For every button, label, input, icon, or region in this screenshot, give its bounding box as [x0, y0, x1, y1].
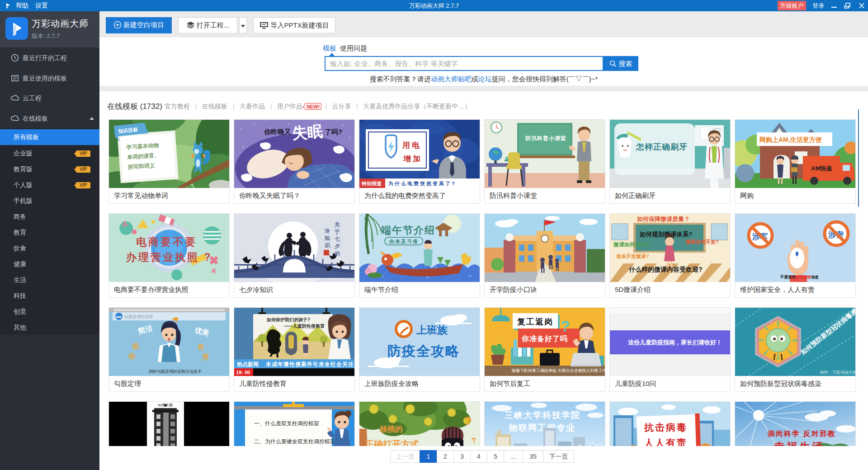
svg-text:微课如何交付?: 微课如何交付?	[613, 241, 649, 248]
svg-text:防汛科普小课堂: 防汛科普小课堂	[525, 135, 566, 141]
svg-text:知: 知	[324, 235, 330, 241]
svg-text:七: 七	[335, 236, 340, 242]
svg-text:了吗?: 了吗?	[325, 128, 342, 136]
svg-text:关: 关	[334, 221, 340, 228]
svg-text:电商要不要: 电商要不要	[136, 236, 197, 248]
svg-text:你昨晚又: 你昨晚又	[264, 128, 292, 136]
svg-text:的: 的	[335, 250, 340, 257]
svg-text:随着下阶段复工潮的来临 大部分企业都投入到复工中: 随着下阶段复工潮的来临 大部分企业都投入到复工中	[512, 368, 605, 373]
svg-text:未成年遭性侵案件引发全社会关注: 未成年遭性侵案件引发全社会关注	[265, 361, 354, 367]
svg-text:冷: 冷	[325, 228, 330, 234]
svg-text:特别报道: 特别报道	[361, 181, 382, 186]
svg-text:?: ?	[561, 317, 570, 334]
svg-text:核桃的: 核桃的	[379, 425, 403, 433]
svg-text:AM: AM	[116, 315, 122, 319]
svg-text:——儿童防性侵教育: ——儿童防性侵教育	[284, 324, 325, 329]
svg-text:上班族: 上班族	[416, 324, 448, 336]
svg-text:用电: 用电	[402, 141, 421, 150]
svg-text:一、什么是双支柱调控框架: 一、什么是双支柱调控框架	[254, 420, 319, 427]
svg-text:热点新闻: 热点新闻	[236, 361, 259, 367]
svg-text:网购上AM,生活更方便: 网购上AM,生活更方便	[760, 136, 822, 143]
svg-text:崇尚科学 反对邪教: 崇尚科学 反对邪教	[767, 430, 835, 437]
svg-text:增加: 增加	[403, 155, 422, 163]
svg-text:抗击病毒: 抗击病毒	[644, 422, 688, 432]
svg-text:为什么电费突然变高了?: 为什么电费突然变高了?	[388, 181, 456, 187]
svg-text:防疫全攻略: 防疫全攻略	[387, 343, 460, 358]
svg-text:失眠: 失眠	[292, 122, 323, 142]
svg-text:二、为什么要健全双支柱调控框架: 二、为什么要健全双支柱调控框架	[254, 438, 335, 445]
svg-text:勾股定理的证明: 勾股定理的证明	[124, 315, 153, 319]
svg-text:制作：万彩动画大师: 制作：万彩动画大师	[820, 370, 855, 375]
svg-text:办理营业执照 ?: 办理营业执照 ?	[126, 251, 212, 263]
svg-text:有: 有	[197, 343, 204, 351]
svg-text:用: 用	[202, 353, 209, 361]
svg-text:19: 00: 19: 00	[236, 370, 250, 375]
svg-text:同时勾股定理的证明方法也不: 同时勾股定理的证明方法也不	[149, 369, 202, 374]
svg-text:于: 于	[334, 229, 340, 235]
svg-text:怎样正确刷牙: 怎样正确刷牙	[636, 142, 688, 151]
svg-text:什么样的微课内容受欢迎?: 什么样的微课内容受欢迎?	[628, 266, 703, 273]
svg-text:三峡大学科技学院: 三峡大学科技学院	[505, 410, 580, 420]
svg-text:你准备好了吗: 你准备好了吗	[521, 335, 568, 343]
svg-text:谁来开发微课?: 谁来开发微课?	[616, 254, 649, 259]
svg-text:复工返岗: 复工返岗	[517, 317, 553, 326]
svg-text:端午节介绍: 端午节介绍	[381, 225, 435, 236]
svg-text:识: 识	[324, 242, 330, 249]
svg-text:AM快递: AM快递	[811, 165, 832, 172]
svg-text:不要发布涉军涉密信息: 不要发布涉军涉密信息	[780, 275, 819, 279]
svg-text:如何保护我们的孩子?: 如何保护我们的孩子?	[266, 317, 310, 322]
svg-text:夕: 夕	[334, 243, 340, 249]
svg-text:由来及习俗: 由来及习俗	[389, 239, 419, 244]
svg-text:如何保障微课质量？: 如何保障微课质量？	[637, 216, 690, 222]
svg-text:这份儿童防疫指南，家长们请收好！: 这份儿童防疫指南，家长们请收好！	[628, 339, 722, 346]
svg-text:物联网工程专业: 物联网工程专业	[509, 423, 576, 432]
